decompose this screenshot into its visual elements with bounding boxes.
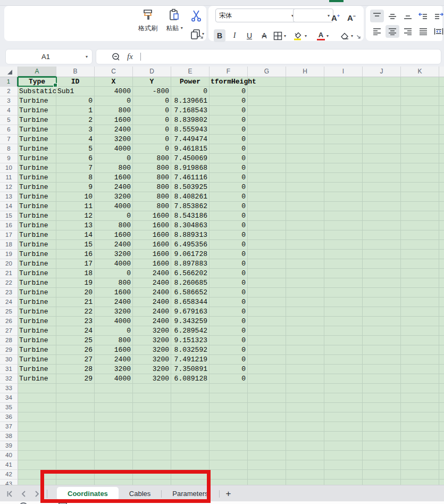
- cell-D22[interactable]: 2400: [133, 278, 171, 288]
- cell-E36[interactable]: [171, 412, 210, 422]
- cell-B7[interactable]: 4: [56, 135, 95, 144]
- cell-A12[interactable]: Turbine: [18, 183, 56, 192]
- cell-D23[interactable]: 2400: [133, 288, 171, 298]
- cell-D7[interactable]: 0: [133, 135, 171, 144]
- cell-J34[interactable]: [363, 393, 401, 403]
- row-header-10[interactable]: 10: [0, 163, 18, 173]
- cell-E5[interactable]: 8.839802: [171, 115, 210, 125]
- column-header-D[interactable]: D: [133, 67, 171, 77]
- decrease-indent-button[interactable]: [416, 10, 430, 22]
- cell-D39[interactable]: [133, 441, 171, 451]
- cell-G20[interactable]: [248, 259, 286, 269]
- cell-E42[interactable]: [171, 470, 210, 480]
- row-header-36[interactable]: 36: [0, 412, 18, 422]
- cell-partial[interactable]: [439, 412, 444, 422]
- align-center-button[interactable]: [386, 25, 399, 38]
- row-header-27[interactable]: 27: [0, 326, 18, 336]
- cell-H1[interactable]: [286, 77, 324, 87]
- cell-C40[interactable]: [95, 451, 133, 460]
- cell-G19[interactable]: [248, 250, 286, 259]
- column-header-J[interactable]: J: [363, 67, 401, 77]
- cell-G14[interactable]: [248, 202, 286, 211]
- cell-C27[interactable]: 0: [95, 326, 133, 336]
- copy-button[interactable]: ▾: [185, 28, 208, 41]
- cell-G21[interactable]: [248, 269, 286, 278]
- cell-C34[interactable]: [95, 393, 133, 403]
- cell-F32[interactable]: 0: [210, 374, 248, 384]
- cell-B22[interactable]: 19: [56, 278, 95, 288]
- cell-B37[interactable]: [56, 422, 95, 432]
- cell-partial[interactable]: [439, 125, 444, 135]
- cell-H4[interactable]: [286, 106, 324, 115]
- cell-G8[interactable]: [248, 144, 286, 154]
- cell-J43[interactable]: [363, 480, 401, 485]
- row-header-14[interactable]: 14: [0, 202, 18, 211]
- row-header-21[interactable]: 21: [0, 269, 18, 278]
- cell-C6[interactable]: 2400: [95, 125, 133, 135]
- cell-K3[interactable]: [401, 96, 439, 106]
- cell-K19[interactable]: [401, 250, 439, 259]
- cell-B12[interactable]: 9: [56, 183, 95, 192]
- cell-D13[interactable]: 800: [133, 192, 171, 202]
- cell-G26[interactable]: [248, 317, 286, 326]
- cell-D16[interactable]: 1600: [133, 221, 171, 230]
- cell-H2[interactable]: [286, 87, 324, 96]
- cell-B23[interactable]: 20: [56, 288, 95, 298]
- cell-F4[interactable]: 0: [210, 106, 248, 115]
- cell-F42[interactable]: [210, 470, 248, 480]
- cell-I18[interactable]: [324, 240, 363, 250]
- cell-H23[interactable]: [286, 288, 324, 298]
- cell-I43[interactable]: [324, 480, 363, 485]
- cell-A34[interactable]: [18, 393, 56, 403]
- zoom-formula-icon[interactable]: [111, 52, 121, 62]
- cell-H24[interactable]: [286, 298, 324, 307]
- cell-B26[interactable]: 23: [56, 317, 95, 326]
- cell-D15[interactable]: 1600: [133, 211, 171, 221]
- cell-E25[interactable]: 9.679163: [171, 307, 210, 317]
- cell-E21[interactable]: 6.566202: [171, 269, 210, 278]
- column-header-A[interactable]: A: [18, 67, 56, 77]
- cell-B42[interactable]: [56, 470, 95, 480]
- cell-A26[interactable]: Turbine: [18, 317, 56, 326]
- cell-G35[interactable]: [248, 403, 286, 412]
- cell-C37[interactable]: [95, 422, 133, 432]
- cell-E38[interactable]: [171, 432, 210, 441]
- cell-I2[interactable]: [324, 87, 363, 96]
- cell-F39[interactable]: [210, 441, 248, 451]
- cell-C29[interactable]: 1600: [95, 345, 133, 355]
- cell-E13[interactable]: 8.408261: [171, 192, 210, 202]
- cell-A17[interactable]: Turbine: [18, 230, 56, 240]
- cell-K32[interactable]: [401, 374, 439, 384]
- cell-F11[interactable]: 0: [210, 173, 248, 183]
- cell-A27[interactable]: Turbine: [18, 326, 56, 336]
- cell-H28[interactable]: [286, 336, 324, 345]
- cell-I9[interactable]: [324, 154, 363, 163]
- cell-J4[interactable]: [363, 106, 401, 115]
- font-size-select[interactable]: ▾: [293, 9, 333, 22]
- cell-F27[interactable]: 0: [210, 326, 248, 336]
- cell-I10[interactable]: [324, 163, 363, 173]
- cell-K27[interactable]: [401, 326, 439, 336]
- cell-C39[interactable]: [95, 441, 133, 451]
- cell-F9[interactable]: 0: [210, 154, 248, 163]
- cell-C18[interactable]: 2400: [95, 240, 133, 250]
- cell-F5[interactable]: 0: [210, 115, 248, 125]
- cell-J40[interactable]: [363, 451, 401, 460]
- cell-F36[interactable]: [210, 412, 248, 422]
- cell-A37[interactable]: [18, 422, 56, 432]
- cell-A2[interactable]: Substatic: [18, 87, 56, 96]
- cell-K18[interactable]: [401, 240, 439, 250]
- cell-E27[interactable]: 6.289542: [171, 326, 210, 336]
- cell-partial[interactable]: [439, 393, 444, 403]
- cell-D41[interactable]: [133, 460, 171, 470]
- cell-F12[interactable]: 0: [210, 183, 248, 192]
- cell-G11[interactable]: [248, 173, 286, 183]
- cell-G38[interactable]: [248, 432, 286, 441]
- row-header-13[interactable]: 13: [0, 192, 18, 202]
- cell-D10[interactable]: 800: [133, 163, 171, 173]
- cell-partial[interactable]: [439, 144, 444, 154]
- row-header-30[interactable]: 30: [0, 355, 18, 365]
- cell-C7[interactable]: 3200: [95, 135, 133, 144]
- cell-C1[interactable]: X: [95, 77, 133, 87]
- cell-K6[interactable]: [401, 125, 439, 135]
